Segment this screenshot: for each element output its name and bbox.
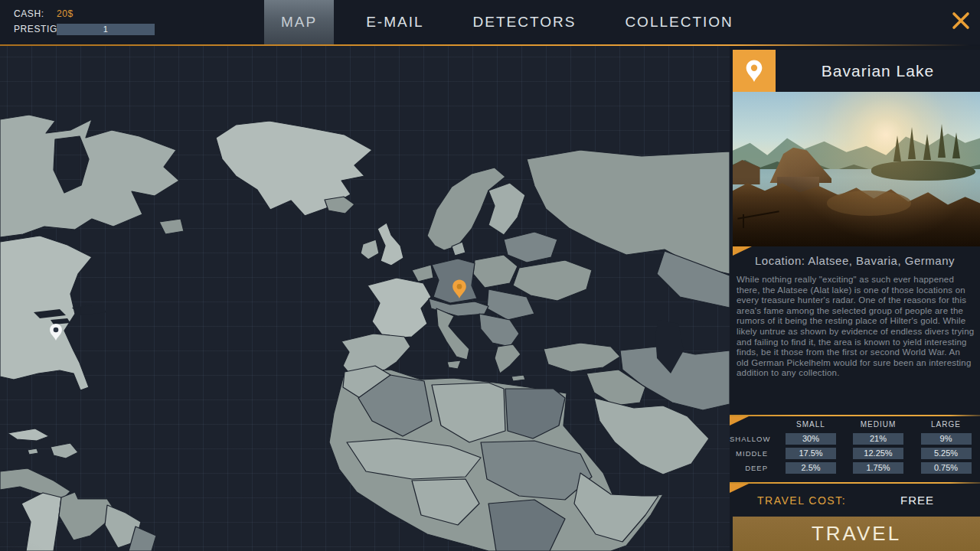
continents [0,115,730,551]
travel-cost-value: FREE [883,494,952,507]
prestige-value: 1 [103,24,109,34]
chance-cell: 17.5% [786,448,836,459]
table-corner-spacer [730,419,777,430]
row-label-shallow: SHALLOW [730,433,777,445]
travel-cost-row: TRAVEL COST: FREE [730,488,980,514]
world-map-svg [0,46,730,551]
tab-email[interactable]: E-MAIL [349,0,440,44]
chance-cell: 2.5% [786,462,836,474]
chance-cell: 0.75% [921,462,972,474]
cash-row: CASH: 20$ [14,6,155,21]
chance-cell: 30% [786,433,836,445]
prestige-bar: 1 [57,24,155,35]
row-label-middle: MIDDLE [730,448,777,459]
chance-cell: 9% [921,433,972,445]
location-title: Bavarian Lake [776,50,980,92]
location-photo [733,92,980,246]
cash-label: CASH: [14,8,57,19]
close-icon [951,11,971,31]
prestige-label: PRESTIGE: [14,24,57,34]
location-heading: Location: Alatsee, Bavaria, Germany [730,254,980,267]
column-header-small: SMALL [777,419,844,430]
chance-cell: 12.25% [853,448,903,459]
row-label-deep: DEEP [730,462,777,474]
cash-value: 20$ [57,8,74,19]
tab-map[interactable]: MAP [264,0,334,44]
close-button[interactable] [946,6,975,35]
find-chance-table: SMALL MEDIUM LARGE SHALLOW 30% 21% 9% MI… [730,419,980,474]
game-screen: CASH: 20$ PRESTIGE: 1 MAP E-MAIL DETECTO… [0,0,980,551]
top-bar: CASH: 20$ PRESTIGE: 1 MAP E-MAIL DETECTO… [0,0,980,44]
photo-light-glow [733,92,980,246]
tab-collection[interactable]: COLLECTION [608,0,750,44]
location-description: While nothing really "exciting" as such … [737,275,975,379]
tab-detectors[interactable]: DETECTORS [456,0,593,44]
location-header: Bavarian Lake [733,50,980,92]
travel-section-divider [730,482,980,484]
main-nav: MAP E-MAIL DETECTORS COLLECTION [264,0,766,44]
chance-cell: 5.25% [921,448,972,459]
table-section-divider [730,415,980,416]
travel-cost-label: TRAVEL COST: [757,494,846,507]
chance-cell: 1.75% [853,462,903,474]
column-header-medium: MEDIUM [844,419,912,430]
location-pin-badge [733,50,776,92]
travel-button[interactable]: TRAVEL [733,517,980,551]
world-map[interactable] [0,46,730,551]
location-panel: Bavarian Lake Location: Alatsee, Bavaria… [730,46,980,551]
map-pin-icon [744,59,764,83]
player-hud: CASH: 20$ PRESTIGE: 1 [14,6,155,37]
column-header-large: LARGE [912,419,980,430]
chance-cell: 21% [853,433,903,445]
prestige-row: PRESTIGE: 1 [14,21,155,37]
